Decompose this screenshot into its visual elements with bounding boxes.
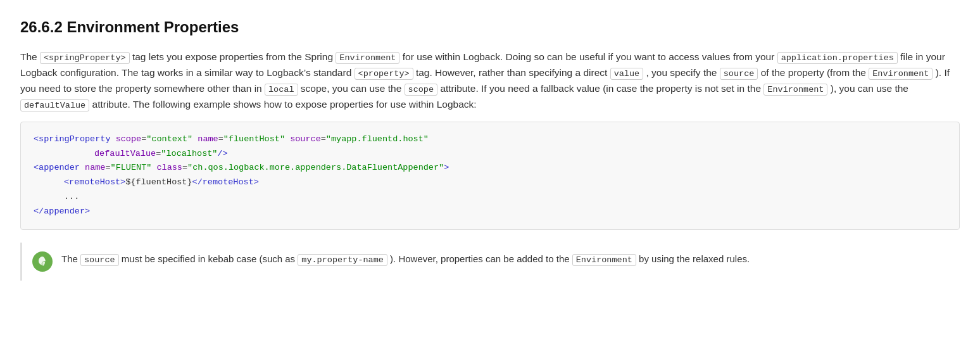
section-heading: 26.6.2 Environment Properties bbox=[20, 15, 960, 39]
environment-tag-1: Environment bbox=[336, 52, 399, 64]
code-remote-host-content: ${fluentHost} bbox=[125, 177, 192, 187]
source-tag-1: source bbox=[720, 68, 758, 80]
spring-svg bbox=[36, 255, 49, 268]
description-paragraph: The <springProperty> tag lets you expose… bbox=[20, 49, 960, 112]
code-remote-host-close: </remoteHost> bbox=[192, 177, 259, 187]
code-appender-open: <appender bbox=[34, 163, 80, 172]
application-properties-tag: application.properties bbox=[777, 52, 898, 64]
code-appender-class-value: "ch.qos.logback.more.appenders.DataFluen… bbox=[187, 163, 444, 172]
scope-tag: scope bbox=[405, 84, 438, 96]
code-appender-name-value: "FLUENT" bbox=[111, 163, 152, 172]
code-line-3: <appender name="FLUENT" class="ch.qos.lo… bbox=[34, 161, 946, 175]
code-line-2: defaultValue="localhost"/> bbox=[34, 147, 946, 162]
code-appender-close: > bbox=[444, 163, 449, 172]
default-value-tag: defaultValue bbox=[20, 99, 89, 111]
code-ellipsis: ... bbox=[64, 192, 79, 201]
spring-leaf-icon bbox=[32, 251, 53, 272]
code-attr-name-name: name bbox=[198, 134, 218, 144]
code-appender-end-tag: </appender> bbox=[34, 206, 90, 216]
code-attr-scope-value: "context" bbox=[146, 134, 192, 144]
code-example: <springProperty scope="context" name="fl… bbox=[20, 122, 960, 231]
code-attr-source-name: source bbox=[290, 134, 321, 144]
code-appender-class-attr: class bbox=[156, 163, 182, 172]
note-source-tag: source bbox=[80, 254, 119, 266]
environment-tag-3: Environment bbox=[763, 84, 827, 96]
code-line-1: <springProperty scope="context" name="fl… bbox=[34, 132, 946, 147]
code-remote-host-open: <remoteHost> bbox=[64, 177, 125, 187]
note-environment-tag: Environment bbox=[572, 254, 636, 266]
note-property-example: my.property-name bbox=[298, 254, 387, 266]
local-tag: local bbox=[265, 84, 298, 96]
code-spring-property-close: /> bbox=[217, 149, 227, 158]
note-text-container: The source must be specified in kebab ca… bbox=[61, 251, 750, 267]
code-spring-property-open: <springProperty bbox=[34, 134, 111, 144]
code-attr-default-name: defaultValue bbox=[94, 149, 156, 158]
code-appender-name-attr: name bbox=[85, 163, 105, 172]
code-attr-scope-name: scope bbox=[116, 134, 142, 144]
code-line-6: </appender> bbox=[34, 205, 946, 219]
spring-property-tag-inline: <springProperty> bbox=[40, 52, 130, 64]
code-line-4: <remoteHost>${fluentHost}</remoteHost> bbox=[34, 175, 946, 190]
code-line-5: ... bbox=[34, 190, 946, 205]
code-attr-source-value: "myapp.fluentd.host" bbox=[326, 134, 429, 144]
environment-tag-2: Environment bbox=[869, 68, 933, 80]
property-tag-inline: <property> bbox=[355, 68, 413, 80]
value-tag: value bbox=[610, 68, 644, 80]
code-attr-name-value: "fluentHost" bbox=[223, 134, 285, 144]
note-box: The source must be specified in kebab ca… bbox=[20, 243, 960, 281]
code-attr-default-value: "localhost" bbox=[161, 149, 217, 158]
